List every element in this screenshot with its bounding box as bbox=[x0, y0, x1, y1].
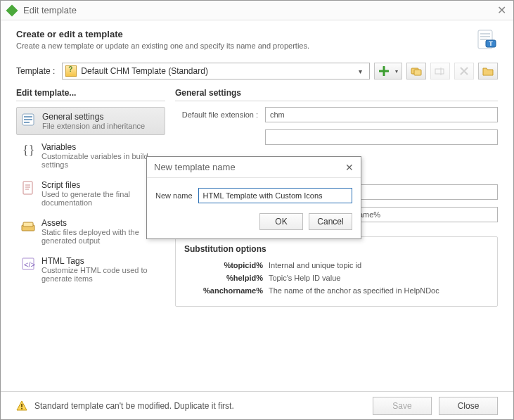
footer-message: Standard template can't be modified. Dup… bbox=[34, 401, 366, 411]
delete-x-icon bbox=[460, 67, 468, 75]
close-button[interactable]: Close bbox=[439, 397, 498, 415]
close-icon[interactable]: ✕ bbox=[497, 4, 506, 17]
svg-rect-20 bbox=[23, 222, 33, 227]
dialog-title: New template name bbox=[154, 162, 345, 172]
titlebar: Edit template ✕ bbox=[1, 1, 513, 20]
assets-icon bbox=[20, 218, 36, 234]
cancel-button[interactable]: Cancel bbox=[309, 213, 352, 230]
template-label: Template : bbox=[16, 66, 55, 76]
save-button: Save bbox=[373, 397, 432, 415]
svg-rect-24 bbox=[21, 408, 23, 409]
template-item-icon bbox=[65, 65, 77, 77]
delete-template-button bbox=[454, 63, 474, 79]
chevron-down-icon: ▾ bbox=[354, 68, 366, 75]
folder-duplicate-icon bbox=[411, 66, 422, 76]
dialog-titlebar: New template name ✕ bbox=[147, 157, 361, 178]
warning-icon bbox=[16, 400, 27, 412]
new-template-name-dialog: New template name ✕ New name OK Cancel bbox=[146, 156, 361, 239]
sidebar-item-html-tags[interactable]: </> HTML Tags Customize HTML code used t… bbox=[16, 252, 165, 287]
svg-rect-23 bbox=[21, 404, 23, 407]
sidebar-item-label: Script files bbox=[41, 180, 161, 190]
plus-icon bbox=[379, 66, 389, 76]
subst-title: Substitution options bbox=[184, 244, 489, 254]
sidebar-item-label: HTML Tags bbox=[41, 256, 161, 266]
add-template-button[interactable]: ▾ bbox=[374, 63, 402, 79]
ext-input[interactable]: chm bbox=[265, 107, 498, 122]
panel-title: General settings bbox=[175, 88, 498, 101]
footer: Standard template can't be modified. Dup… bbox=[1, 391, 513, 419]
sidebar-item-assets[interactable]: Assets Static files deployed with the ge… bbox=[16, 214, 165, 249]
sidebar-item-sublabel: Static files deployed with the generated… bbox=[41, 228, 161, 245]
duplicate-template-button[interactable] bbox=[406, 63, 426, 79]
template-select-value: Default CHM Template (Standard) bbox=[81, 66, 354, 76]
sidebar-item-sublabel: Customize HTML code used to generate ite… bbox=[41, 266, 161, 283]
new-name-label: New name bbox=[155, 191, 193, 200]
template-page-icon: T bbox=[475, 29, 498, 51]
close-icon[interactable]: ✕ bbox=[345, 162, 354, 173]
svg-rect-11 bbox=[24, 116, 32, 117]
svg-rect-15 bbox=[23, 182, 32, 194]
subst-row: %topicid% Internal and unique topic id bbox=[184, 261, 489, 269]
template-select[interactable]: Default CHM Template (Standard) ▾ bbox=[62, 63, 370, 79]
svg-rect-3 bbox=[480, 39, 487, 40]
svg-text:T: T bbox=[489, 40, 493, 47]
substitution-options: Substitution options %topicid% Internal … bbox=[175, 236, 498, 307]
inherit-input[interactable] bbox=[265, 129, 498, 145]
sidebar-item-label: Assets bbox=[41, 218, 161, 228]
page-subtitle: Create a new template or update an exist… bbox=[16, 42, 475, 50]
template-selector-row: Template : Default CHM Template (Standar… bbox=[1, 58, 513, 84]
sidebar-item-general-settings[interactable]: General settings File extension and inhe… bbox=[16, 107, 165, 135]
folder-icon bbox=[482, 66, 494, 76]
ok-button[interactable]: OK bbox=[259, 213, 303, 230]
sidebar-item-script-files[interactable]: Script files Used to generate the final … bbox=[16, 176, 165, 211]
svg-rect-13 bbox=[24, 122, 30, 123]
rename-template-button bbox=[430, 63, 450, 79]
svg-rect-12 bbox=[24, 119, 32, 120]
sidebar-item-sublabel: File extension and inheritance bbox=[42, 122, 145, 130]
sidebar-item-sublabel: Customizable variables in build settings bbox=[41, 152, 161, 169]
sidebar-item-label: General settings bbox=[42, 112, 145, 122]
svg-rect-2 bbox=[480, 36, 490, 37]
chevron-down-icon: ▾ bbox=[395, 68, 398, 75]
sidebar: Edit template... General settings File e… bbox=[16, 88, 165, 386]
page-title: Create or edit a template bbox=[16, 29, 475, 39]
subst-row: %helpid% Topic's Help ID value bbox=[184, 274, 489, 282]
window-title: Edit template bbox=[23, 5, 497, 15]
sidebar-item-sublabel: Used to generate the final documentation bbox=[41, 190, 161, 207]
new-name-input[interactable] bbox=[198, 188, 352, 203]
sidebar-item-variables[interactable]: {} Variables Customizable variables in b… bbox=[16, 138, 165, 173]
sidebar-title: Edit template... bbox=[16, 88, 165, 101]
ext-label: Default file extension : bbox=[175, 110, 265, 119]
svg-rect-7 bbox=[414, 70, 421, 75]
rename-icon bbox=[435, 66, 446, 76]
script-files-icon bbox=[20, 180, 36, 196]
svg-text:</>: </> bbox=[24, 260, 35, 269]
subst-row: %anchorname% The name of the anchor as s… bbox=[184, 286, 489, 295]
svg-rect-8 bbox=[435, 69, 444, 74]
svg-text:{}: {} bbox=[23, 143, 34, 157]
general-settings-icon bbox=[21, 112, 37, 127]
svg-rect-1 bbox=[480, 33, 490, 34]
open-folder-button[interactable] bbox=[478, 63, 498, 79]
app-icon bbox=[6, 4, 18, 16]
sidebar-item-label: Variables bbox=[41, 142, 161, 152]
variables-icon: {} bbox=[20, 142, 36, 158]
header-section: Create or edit a template Create a new t… bbox=[1, 20, 513, 58]
html-tags-icon: </> bbox=[20, 256, 36, 272]
